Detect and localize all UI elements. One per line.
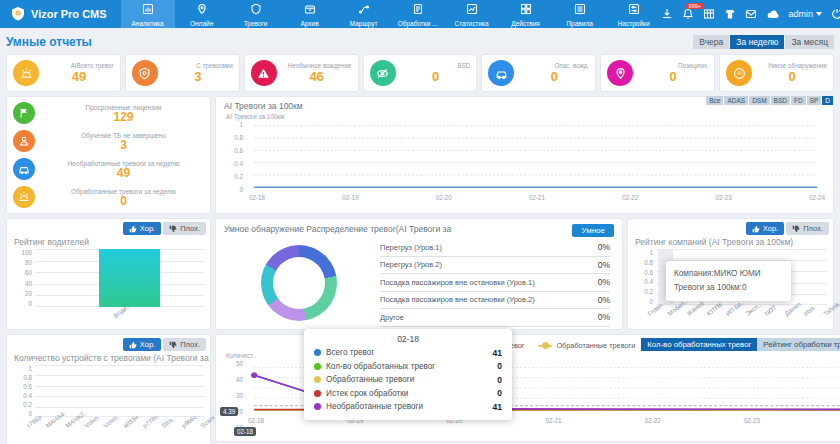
- y-tick: 0.6: [224, 147, 243, 154]
- smart-button[interactable]: Умное: [572, 224, 614, 237]
- kpi-total-alarms[interactable]: AIВсего тревог49: [6, 54, 121, 92]
- legend-item[interactable]: Обработанные тревоги: [538, 341, 635, 350]
- bad-button[interactable]: Плох.: [163, 222, 206, 235]
- brand-name: Vizor Pro CMS: [31, 8, 107, 20]
- kpi-label: Позицион.: [678, 62, 708, 69]
- nav-item-analytics[interactable]: Аналитика: [121, 0, 175, 28]
- good-button[interactable]: Хор.: [746, 222, 784, 235]
- nav-item-settings[interactable]: Настройки: [607, 0, 661, 28]
- nav-item-route[interactable]: Маршрут: [337, 0, 391, 28]
- bell-icon[interactable]: 999+: [682, 8, 694, 20]
- nav-item-statistics[interactable]: Статистика: [445, 0, 499, 28]
- logout-icon[interactable]: [831, 8, 840, 20]
- x-label: р966с.: [180, 423, 184, 429]
- stat-training-unfinished[interactable]: Обучение ТБ не завершено3: [13, 130, 204, 152]
- bad-button[interactable]: Плох.: [786, 222, 829, 235]
- nav-item-online[interactable]: Онлайн: [175, 0, 229, 28]
- username: admin: [789, 9, 814, 19]
- table-icon[interactable]: [703, 8, 715, 20]
- good-button[interactable]: Хор.: [123, 338, 161, 351]
- route-icon: [358, 1, 370, 19]
- user-menu[interactable]: admin: [789, 9, 823, 19]
- kpi-with-alarms[interactable]: С тревогами3: [125, 54, 240, 92]
- kpi-bsd[interactable]: BSD0: [363, 54, 478, 92]
- ai-alarms-plot[interactable]: [246, 121, 825, 193]
- x-label: Stra.: [160, 423, 164, 429]
- kpi-smart-detection[interactable]: AI Умное обнаружение0: [719, 54, 834, 92]
- y-tick: 0.4: [634, 278, 653, 285]
- stat-unprocessed-alarms[interactable]: Необработанные тревоги за неделю49: [13, 158, 204, 180]
- kpi-value: 49: [72, 69, 86, 84]
- location-icon: [196, 1, 208, 19]
- shirt-icon[interactable]: [724, 8, 736, 20]
- tab-dsm[interactable]: DSM: [749, 96, 769, 105]
- nav-item-label: Маршрут: [350, 20, 378, 27]
- driver-rating-panel: Хор. Плох. Рейтинг водителей 10080604020…: [6, 218, 211, 330]
- y-axis-label: AI Тревоги за 100км: [226, 113, 825, 120]
- download-icon[interactable]: [661, 8, 673, 20]
- list-item: Посадка пассажиров вне остановки (Уров.1…: [380, 274, 610, 292]
- x-tick: 02-18: [248, 417, 264, 424]
- distribution-donut-chart[interactable]: [261, 245, 337, 321]
- kpi-positioning[interactable]: Позицион.0: [600, 54, 715, 92]
- nav-item-rules[interactable]: Правила: [553, 0, 607, 28]
- cloud-icon[interactable]: [766, 8, 780, 20]
- y-tick: 30: [224, 392, 243, 399]
- kpi-dangerous-driving[interactable]: Опас. вожд.0: [481, 54, 596, 92]
- tooltip-company: Компания:МИКО ЮМИ: [674, 267, 783, 281]
- processed-count-button[interactable]: Кол-во обработанных тревог: [641, 338, 757, 351]
- kpi-value: 3: [194, 69, 201, 84]
- tab-fd[interactable]: FD: [791, 96, 806, 105]
- nav-item-label: Действия: [511, 20, 539, 27]
- x-tick: 02-22: [622, 194, 638, 201]
- kpi-unusual-driving[interactable]: Необычное вождение46: [244, 54, 359, 92]
- nav-item-processing[interactable]: Обработки ...: [391, 0, 445, 28]
- y-tick: 0: [13, 300, 32, 307]
- tab-bsd[interactable]: BSD: [771, 96, 790, 105]
- x-label: Главн..: [646, 311, 650, 317]
- x-label: Води...: [112, 313, 116, 319]
- stat-value: 49: [117, 167, 130, 179]
- range-month-button[interactable]: За месяц: [785, 35, 834, 49]
- driver-bar[interactable]: [99, 249, 160, 307]
- stat-expired-licenses[interactable]: Просроченные лицензии129: [13, 102, 204, 124]
- driver-rating-plot[interactable]: [35, 249, 204, 307]
- y-tick: 20: [13, 290, 32, 297]
- legend-marker: [538, 345, 552, 347]
- analytics-icon: [142, 1, 154, 19]
- x-label: к033н.: [122, 423, 126, 429]
- good-button[interactable]: Хор.: [123, 222, 161, 235]
- grid-icon: [520, 1, 532, 19]
- kpi-label: Опас. вожд.: [554, 62, 589, 69]
- x-label: Жанна: [685, 311, 689, 317]
- settings-icon: [628, 1, 640, 19]
- bad-button[interactable]: Плох.: [163, 338, 206, 351]
- y-tick: 0.8: [13, 374, 32, 381]
- mail-icon[interactable]: [745, 8, 757, 20]
- kpi-label: Необычное вождение: [288, 62, 352, 69]
- rules-icon: [574, 1, 586, 19]
- tab-adas[interactable]: ADAS: [724, 96, 748, 105]
- nav-item-label: Тревоги: [244, 20, 268, 27]
- tab-d[interactable]: D: [822, 96, 833, 105]
- tab-sp[interactable]: SP: [807, 96, 822, 105]
- stat-processed-alarms[interactable]: Обработанные тревоги за неделю0: [13, 186, 204, 208]
- series-dot: [314, 390, 321, 397]
- y-tick: 40: [224, 376, 243, 383]
- nav-item-label: Обработки ...: [398, 20, 438, 27]
- svg-text:AI: AI: [737, 70, 742, 76]
- flag-icon: [13, 102, 35, 124]
- nav-item-archive[interactable]: Архив: [283, 0, 337, 28]
- alarm-type-tabs: Все ADAS DSM BSD FD SP D: [706, 96, 833, 105]
- trend-tooltip: 02-18 Всего тревог41 Кол-во обработанных…: [304, 329, 512, 420]
- kpi-row: AIВсего тревог49 С тревогами3 Необычное …: [6, 54, 834, 92]
- nav-item-alarms[interactable]: Тревоги: [229, 0, 283, 28]
- tab-all[interactable]: Все: [706, 96, 723, 105]
- processing-rating-button[interactable]: Рейтинг обработки тревог: [757, 338, 840, 351]
- nav-item-actions[interactable]: Действия: [499, 0, 553, 28]
- range-week-button[interactable]: За неделю: [730, 35, 784, 49]
- shield-logo-icon: [10, 6, 26, 22]
- range-yesterday-button[interactable]: Вчера: [693, 35, 729, 49]
- brand[interactable]: Vizor Pro CMS: [0, 0, 121, 28]
- car-icon: [488, 60, 514, 86]
